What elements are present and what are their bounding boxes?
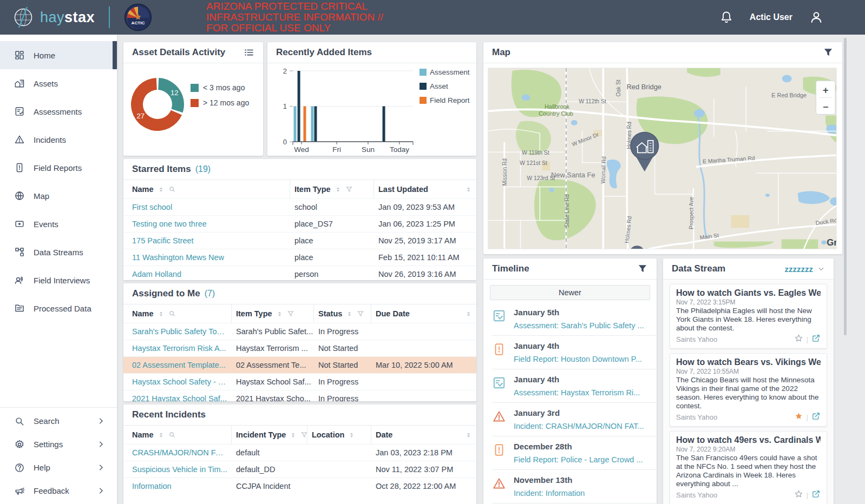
sort-icon[interactable]: [465, 186, 472, 193]
user-name[interactable]: Actic User: [750, 12, 792, 22]
sidebar-item-search[interactable]: Search: [0, 409, 117, 433]
column-header-status[interactable]: Status: [314, 304, 371, 323]
star-filled-icon[interactable]: [794, 412, 803, 422]
sort-icon[interactable]: [158, 310, 165, 317]
timeline-link[interactable]: Incident: Information: [514, 489, 585, 498]
item-link[interactable]: Haystax Terrorism Risk A...: [132, 344, 226, 353]
news-card[interactable]: How to watch Bears vs. Vikings Week 1...…: [670, 353, 827, 427]
item-link[interactable]: Haystax School Safety - F...: [132, 377, 227, 386]
item-link[interactable]: Information: [132, 482, 172, 490]
list-icon[interactable]: [244, 47, 254, 58]
column-header-due-date[interactable]: Due Date: [371, 304, 476, 323]
column-header-location[interactable]: Location: [307, 426, 371, 444]
sidebar-item-incidents[interactable]: Incidents: [0, 125, 117, 154]
sort-icon[interactable]: [290, 432, 297, 439]
column-header-item-type[interactable]: Item Type: [232, 304, 314, 323]
bar-asset[interactable]: [298, 71, 300, 142]
stream-selector[interactable]: zzzzzzz: [785, 264, 825, 274]
sort-icon[interactable]: [158, 186, 165, 193]
news-source: Saints Yahoo: [676, 413, 717, 421]
item-link[interactable]: Suspicious Vehicle in Tim...: [132, 465, 227, 474]
filter-icon[interactable]: [287, 310, 294, 317]
sidebar-item-assessments[interactable]: Assessments: [0, 97, 117, 125]
bar-asset[interactable]: [314, 107, 317, 142]
sidebar-item-events[interactable]: Events: [0, 210, 117, 238]
sidebar-item-map[interactable]: Map: [0, 182, 117, 210]
bar-field-report[interactable]: [303, 107, 306, 142]
sidebar-item-help[interactable]: Help: [0, 456, 117, 479]
sidebar-item-field-reports[interactable]: Field Reports: [0, 154, 117, 182]
bar-assessment[interactable]: [311, 107, 313, 142]
external-link-icon[interactable]: [811, 489, 821, 500]
news-actions: |: [794, 334, 821, 344]
sidebar-item-data-streams[interactable]: Data Streams: [0, 238, 117, 266]
column-header-item-type[interactable]: Item Type: [290, 180, 374, 198]
map-label: New Santa Fe: [551, 171, 595, 179]
column-header-last-updated[interactable]: Last Updated: [374, 180, 476, 198]
sort-icon[interactable]: [335, 186, 342, 193]
sidebar-item-settings[interactable]: Settings: [0, 433, 117, 456]
search-icon[interactable]: [168, 310, 176, 317]
sort-icon[interactable]: [346, 310, 353, 317]
item-link[interactable]: 11 Washington Mews New: [132, 253, 224, 262]
external-link-icon[interactable]: [811, 334, 821, 344]
column-header-incident-type[interactable]: Incident Type: [232, 426, 307, 444]
sidebar-item-feedback[interactable]: Feedback: [0, 479, 117, 502]
bar-asset[interactable]: [383, 107, 385, 142]
zoom-out-button[interactable]: −: [823, 102, 828, 112]
user-account-icon[interactable]: [809, 10, 824, 25]
news-card[interactable]: How to watch Giants vs. Eagles Week 1...…: [670, 284, 827, 349]
assessments-icon: [14, 106, 25, 117]
sidebar-item-field-interviews[interactable]: Field Interviews: [0, 266, 117, 294]
external-link-icon[interactable]: [811, 412, 821, 422]
item-link[interactable]: 2021 Haystax School Saf...: [132, 394, 227, 401]
item-link[interactable]: Sarah's Public Safety Tour...: [132, 327, 227, 336]
timeline-entry: January 4thField Report: Houston Downtow…: [492, 336, 657, 369]
star-outline-icon[interactable]: [794, 334, 803, 344]
filter-icon[interactable]: [345, 185, 353, 193]
sidebar-item-home[interactable]: Home: [0, 41, 117, 69]
search-icon[interactable]: [168, 431, 176, 439]
sidebar-item-processed-data[interactable]: Processed Data: [0, 294, 117, 322]
item-link[interactable]: 02 Assessment Template...: [132, 361, 226, 369]
item-link[interactable]: Testing one two three: [132, 220, 207, 228]
search-icon[interactable]: [168, 185, 176, 193]
filter-icon[interactable]: [357, 310, 364, 317]
timeline-link[interactable]: Field Report: Police - Large Crowd ...: [514, 455, 643, 464]
timeline-link[interactable]: Incident: CRASH/MAJOR/NON FAT...: [514, 422, 644, 430]
notifications-bell-icon[interactable]: [719, 10, 733, 24]
zoom-in-button[interactable]: +: [823, 85, 828, 96]
filter-icon[interactable]: [300, 431, 307, 439]
star-outline-icon[interactable]: [794, 489, 803, 500]
assessment-icon: [492, 376, 506, 390]
column-header-name[interactable]: Name: [128, 180, 290, 198]
map-canvas[interactable]: Red BridgeE Red BridgeHallbrookCountry C…: [488, 68, 837, 249]
sidebar-item-assets[interactable]: Assets: [0, 69, 117, 97]
haystax-logo[interactable]: haystax: [12, 6, 95, 29]
item-link[interactable]: First school: [132, 203, 172, 211]
timeline-link[interactable]: Field Report: Houston Downtown P...: [514, 355, 642, 363]
item-link[interactable]: Adam Holland: [132, 270, 181, 278]
column-header-name[interactable]: Name: [128, 304, 232, 323]
scrollbar-thumb[interactable]: [844, 38, 847, 335]
sort-icon[interactable]: [465, 432, 472, 439]
map-filter-icon[interactable]: [823, 47, 834, 58]
item-link[interactable]: CRASH/MAJOR/NON FAT...: [132, 448, 227, 457]
column-header-name[interactable]: Name: [128, 426, 232, 444]
panel-title: Assigned to Me: [132, 288, 200, 299]
sort-icon[interactable]: [465, 310, 472, 317]
timeline-link[interactable]: Assessment: Sarah's Public Safety ...: [514, 321, 644, 330]
panel-title: Asset Details Activity: [132, 47, 225, 58]
sort-icon[interactable]: [276, 310, 283, 317]
news-card[interactable]: How to watch 49ers vs. Cardinals Week...…: [670, 431, 827, 504]
sort-icon[interactable]: [348, 432, 355, 439]
bar-assessment[interactable]: [293, 107, 296, 142]
timeline-link[interactable]: Assessment: Haystax Terrorism Ri...: [514, 388, 640, 397]
sort-icon[interactable]: [158, 432, 165, 439]
item-link[interactable]: 175 Pacific Street: [132, 236, 194, 245]
table-cell: 2021 Haystax Scho...: [232, 390, 314, 401]
page-scrollbar[interactable]: [844, 38, 847, 498]
timeline-filter-icon[interactable]: [637, 263, 648, 274]
column-header-date[interactable]: Date: [371, 426, 476, 444]
newer-button[interactable]: Newer: [490, 285, 650, 300]
